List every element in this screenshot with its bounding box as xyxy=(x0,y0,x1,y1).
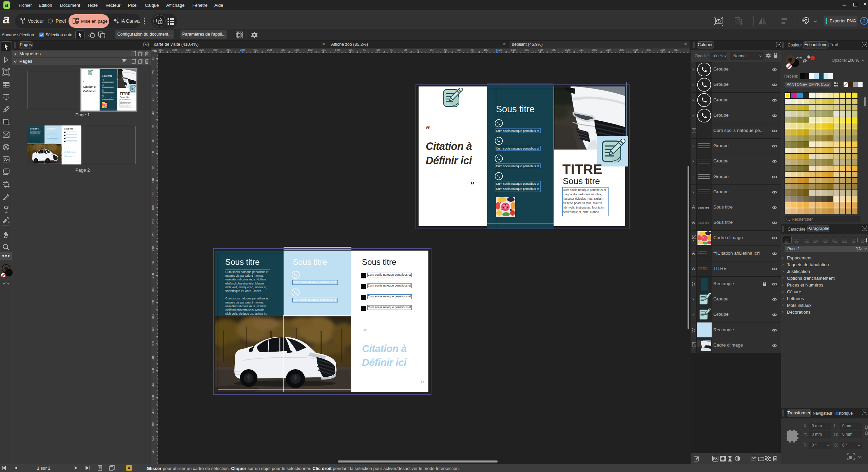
svg-text:A: A xyxy=(160,21,162,24)
